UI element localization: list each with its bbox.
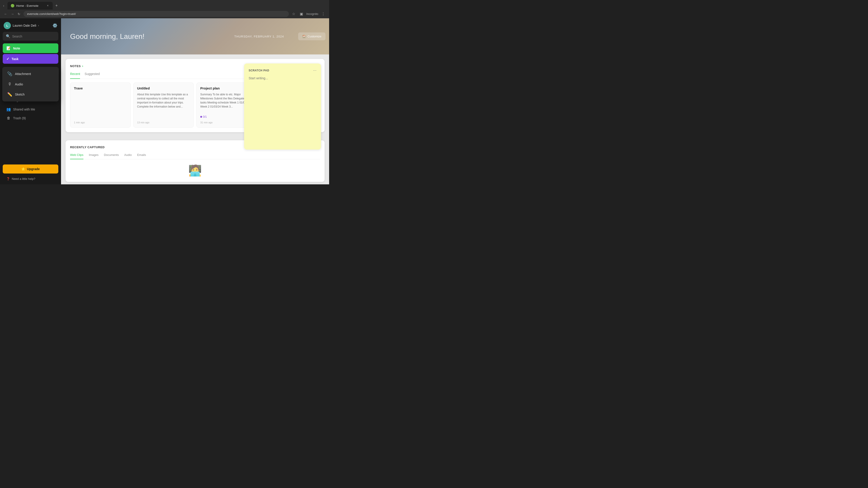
note-icon: 📝 — [6, 46, 11, 51]
browser-chrome: ‹ 🟢 Home - Evernote × + ← → ↻ ☆ ▣ Incogn… — [0, 0, 329, 18]
date-display: THURSDAY, FEBRUARY 1, 2024 — [235, 35, 284, 38]
tab-navigation: ‹ — [2, 3, 6, 8]
new-task-label: Task — [11, 57, 19, 61]
split-view-btn[interactable]: ▣ — [298, 11, 305, 17]
incognito-label: Incognito — [306, 12, 318, 15]
note-time-trave: 1 min ago — [74, 121, 127, 124]
shared-icon: 👥 — [6, 107, 11, 111]
hero-section: Good morning, Lauren! THURSDAY, FEBRUARY… — [61, 18, 329, 55]
scratch-pad-header: SCRATCH PAD ··· — [249, 68, 316, 73]
sidebar: L Lauren Dale Deli › ⚙️ 🔍 Search 📝 Note … — [0, 18, 61, 184]
scratch-pad: SCRATCH PAD ··· — [244, 64, 321, 150]
attachment-label: Attachment — [15, 72, 31, 76]
forward-btn[interactable]: → — [9, 11, 16, 17]
avatar: L — [4, 22, 11, 29]
bookmark-btn[interactable]: ☆ — [291, 11, 297, 17]
upgrade-label: Upgrade — [27, 167, 40, 171]
scratch-pad-title: SCRATCH PAD — [249, 69, 269, 72]
search-bar[interactable]: 🔍 Search — [3, 32, 58, 41]
attachment-icon: 📎 — [7, 71, 12, 76]
task-count: 0/1 — [203, 115, 207, 119]
tab-web-clips[interactable]: Web Clips — [70, 153, 84, 159]
home-icon: 🏠 — [302, 35, 306, 38]
content-area: NOTES › ⊞ ··· Recent Suggested — [61, 55, 329, 184]
user-info[interactable]: L Lauren Dale Deli › — [4, 22, 39, 29]
help-button[interactable]: ❓ Need a little help? — [3, 175, 58, 183]
app-layout: L Lauren Dale Deli › ⚙️ 🔍 Search 📝 Note … — [0, 18, 329, 184]
tab-bar: ‹ 🟢 Home - Evernote × + — [0, 0, 329, 9]
settings-btn[interactable]: ⚙️ — [53, 23, 57, 28]
url-input[interactable] — [24, 11, 289, 17]
new-note-button[interactable]: 📝 Note — [3, 43, 58, 53]
upgrade-button[interactable]: ⭐ Upgrade — [3, 164, 58, 173]
sidebar-nav: 🏷 Tags 👥 Shared with Me 🗑 Trash (9) — [0, 95, 61, 162]
audio-icon: 🎙 — [7, 82, 12, 87]
trash-icon: 🗑 — [6, 116, 11, 120]
task-check-icon: ✓ — [6, 57, 9, 61]
browser-actions: ☆ ▣ Incognito ⋮ — [291, 11, 327, 17]
search-label: Search — [12, 35, 22, 38]
note-card-trave[interactable]: Trave 1 min ago — [70, 83, 131, 128]
sidebar-header: L Lauren Dale Deli › ⚙️ — [0, 18, 61, 32]
scratch-pad-input[interactable] — [249, 76, 316, 144]
sketch-icon: ✏️ — [7, 92, 12, 97]
note-title-untitled: Untitled — [137, 86, 190, 90]
note-title-trave: Trave — [74, 86, 127, 90]
recently-tabs: Web Clips Images Documents Audio Emails — [70, 153, 320, 159]
chevron-down-icon: › — [38, 24, 39, 27]
address-bar: ← → ↻ ☆ ▣ Incognito ⋮ — [0, 9, 329, 18]
search-icon: 🔍 — [6, 34, 10, 38]
tab-title: Home - Evernote — [16, 4, 44, 7]
audio-label: Audio — [15, 83, 23, 86]
recently-content: 🧑‍💻 — [70, 159, 320, 177]
recently-title: RECENTLY CAPTURED — [70, 145, 105, 149]
user-name: Lauren Dale Deli — [13, 24, 36, 27]
tab-audio[interactable]: Audio — [124, 153, 131, 159]
tab-images[interactable]: Images — [89, 153, 98, 159]
dropdown-item-attachment[interactable]: 📎 Attachment — [4, 69, 57, 79]
tab-emails[interactable]: Emails — [137, 153, 146, 159]
active-tab[interactable]: 🟢 Home - Evernote × — [7, 2, 53, 9]
sidebar-item-shared[interactable]: 👥 Shared with Me — [2, 105, 59, 113]
dropdown-item-audio[interactable]: 🎙 Audio — [4, 79, 57, 89]
note-preview-untitled: About this template Use this template as… — [137, 92, 190, 109]
tab-list-btn[interactable]: ‹ — [2, 3, 6, 8]
new-tab-btn[interactable]: + — [54, 2, 60, 9]
help-icon: ❓ — [6, 177, 10, 181]
tab-favicon: 🟢 — [11, 4, 14, 7]
nav-controls: ← → ↻ — [3, 11, 22, 17]
create-dropdown: 📎 Attachment 🎙 Audio ✏️ Sketch — [2, 67, 59, 101]
sidebar-footer: ⭐ Upgrade ❓ Need a little help? — [0, 162, 61, 184]
notes-arrow-icon: › — [82, 64, 83, 68]
sketch-label: Sketch — [15, 93, 25, 96]
note-card-untitled[interactable]: Untitled About this template Use this te… — [133, 83, 194, 128]
upgrade-icon: ⭐ — [21, 167, 25, 171]
tab-recent[interactable]: Recent — [70, 72, 80, 79]
tab-suggested[interactable]: Suggested — [85, 72, 100, 79]
notes-title[interactable]: NOTES › — [70, 64, 83, 68]
sidebar-item-trash[interactable]: 🗑 Trash (9) — [2, 114, 59, 123]
new-task-button[interactable]: ✓ Task — [3, 54, 58, 64]
empty-state-illustration: 🧑‍💻 — [188, 164, 202, 177]
dropdown-item-sketch[interactable]: ✏️ Sketch — [4, 89, 57, 100]
tab-documents[interactable]: Documents — [104, 153, 119, 159]
back-btn[interactable]: ← — [3, 11, 8, 17]
tab-close-btn[interactable]: × — [46, 4, 50, 8]
task-dot — [200, 116, 202, 118]
new-note-label: Note — [13, 46, 20, 50]
main-content: Good morning, Lauren! THURSDAY, FEBRUARY… — [61, 18, 329, 184]
sidebar-item-trash-label: Trash (9) — [13, 116, 26, 120]
scratch-pad-menu-btn[interactable]: ··· — [313, 68, 316, 73]
notes-title-text: NOTES — [70, 64, 81, 68]
help-label: Need a little help? — [12, 177, 35, 181]
browser-menu-btn[interactable]: ⋮ — [320, 11, 327, 17]
sidebar-item-shared-label: Shared with Me — [13, 107, 35, 111]
greeting: Good morning, Lauren! — [70, 32, 145, 41]
customize-label: Customize — [308, 35, 321, 38]
refresh-btn[interactable]: ↻ — [16, 11, 22, 17]
note-time-untitled: 13 min ago — [137, 121, 190, 124]
customize-button[interactable]: 🏠 Customize — [298, 33, 326, 40]
